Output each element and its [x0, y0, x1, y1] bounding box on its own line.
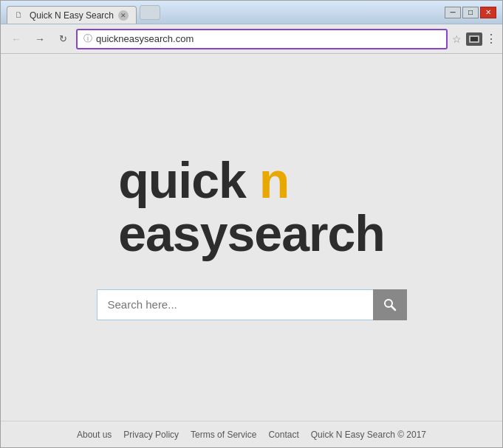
logo-n: n [259, 152, 290, 208]
address-bar[interactable]: ⓘ quickneasysearch.com [76, 29, 448, 49]
cast-icon [469, 35, 479, 43]
svg-line-3 [391, 306, 395, 310]
tab-page-icon: 🗋 [15, 10, 25, 21]
title-bar: 🗋 Quick N Easy Search ✕ ─ □ ✕ [1, 1, 502, 24]
tab-close-button[interactable]: ✕ [118, 10, 129, 21]
tab-label: Quick N Easy Search [30, 10, 114, 21]
search-icon [383, 298, 397, 311]
browser-window: 🗋 Quick N Easy Search ✕ ─ □ ✕ ← → ↻ ⓘ qu… [0, 0, 503, 448]
info-icon: ⓘ [83, 32, 92, 45]
minimize-button[interactable]: ─ [445, 7, 461, 18]
new-tab-button[interactable] [140, 5, 160, 20]
logo-area: quick n easysearch [118, 154, 385, 260]
forward-button[interactable]: → [30, 30, 49, 49]
window-controls: ─ □ ✕ [445, 7, 496, 18]
back-button[interactable]: ← [7, 30, 26, 49]
bookmark-button[interactable]: ☆ [452, 33, 462, 45]
footer-contact[interactable]: Contact [268, 430, 298, 440]
search-button[interactable] [373, 289, 407, 320]
logo-line-1: quick n [118, 154, 289, 207]
browser-tab[interactable]: 🗋 Quick N Easy Search ✕ [7, 6, 137, 24]
page-content: quick n easysearch [1, 54, 502, 421]
logo-line-2: easysearch [118, 207, 385, 260]
tab-area: 🗋 Quick N Easy Search ✕ [7, 1, 445, 24]
more-button[interactable]: ⋮ [485, 32, 496, 46]
navigation-bar: ← → ↻ ⓘ quickneasysearch.com ☆ ⋮ [1, 24, 502, 54]
footer: About us Privacy Policy Terms of Service… [1, 421, 502, 447]
close-button[interactable]: ✕ [480, 7, 496, 18]
footer-privacy[interactable]: Privacy Policy [123, 430, 179, 440]
maximize-button[interactable]: □ [462, 7, 479, 18]
footer-about[interactable]: About us [77, 430, 112, 440]
address-text: quickneasysearch.com [96, 33, 440, 44]
logo-quick: quick [118, 152, 246, 208]
refresh-button[interactable]: ↻ [54, 30, 72, 48]
svg-rect-1 [471, 37, 478, 41]
cast-button[interactable] [466, 32, 482, 46]
search-area [97, 289, 407, 320]
nav-right-controls: ⋮ [466, 32, 496, 46]
footer-terms[interactable]: Terms of Service [191, 430, 256, 440]
search-input[interactable] [97, 289, 373, 320]
footer-copyright: Quick N Easy Search © 2017 [311, 430, 426, 440]
